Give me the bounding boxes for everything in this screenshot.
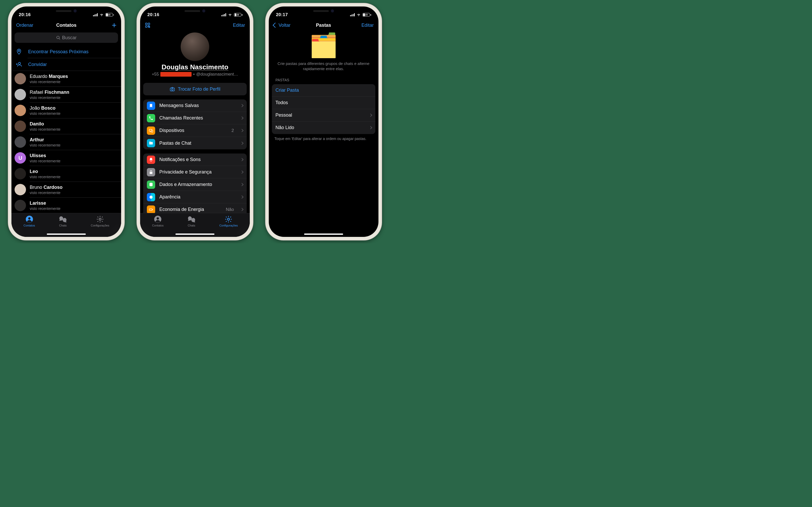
contact-row[interactable]: Larissevisto recentemente [11,198,121,213]
status-time: 20:16 [19,12,31,17]
contact-row[interactable]: Eduardo Marquesvisto recentemente [11,71,121,87]
chevron-right-icon [240,183,244,186]
lock-icon [147,168,155,176]
page-title: Pastas [316,22,331,28]
tab-chats[interactable]: Chats [59,215,67,227]
svg-point-1 [18,62,20,64]
folder-row[interactable]: Não Lido [272,122,375,134]
contact-status: visto recentemente [30,159,60,163]
folder-icon: 🗂️ [309,34,338,57]
qr-icon [145,22,151,28]
wifi-icon [228,13,233,17]
svg-rect-8 [170,88,175,91]
chats-icon [59,215,67,223]
chevron-right-icon [240,129,244,132]
search-icon [56,36,60,40]
cellular-icon [221,13,226,16]
tab-settings[interactable]: Configurações [91,215,109,227]
edit-button[interactable]: Editar [233,22,245,28]
change-photo-row[interactable]: Trocar Foto de Perfil [143,83,247,95]
devices-icon [147,126,155,135]
chevron-left-icon [273,22,278,28]
chevron-right-icon [369,126,372,129]
settings-row[interactable]: Dispositivos2 [143,124,247,137]
battery-icon: 23 [106,13,114,17]
back-button[interactable]: Voltar [273,22,291,28]
home-indicator[interactable] [175,233,214,235]
settings-row[interactable]: Chamadas Recentes [143,112,247,124]
phone-settings: 20:16 23 Editar Douglas Nascimento +55 [137,3,253,240]
invite-row[interactable]: Convidar [11,58,121,71]
wifi-icon [99,13,104,17]
svg-point-19 [227,218,230,220]
home-indicator[interactable] [47,233,86,235]
contact-row[interactable]: UUlissesvisto recentemente [11,150,121,166]
contact-name: Arthur [30,137,60,143]
settings-row[interactable]: Economia de EnergiaNão [143,204,247,213]
svg-point-4 [99,218,101,220]
search-placeholder: Buscar [62,35,77,41]
phone-folders: 20:17 23 Voltar Pastas Editar 🗂️ Crie pa… [265,3,382,240]
create-folder-row[interactable]: Criar Pasta [272,84,375,97]
avatar [14,168,26,179]
tab-chats[interactable]: Chats [188,215,196,227]
contact-row[interactable]: Rafael Fischmannvisto recentemente [11,87,121,102]
svg-rect-11 [151,130,153,132]
profile-info: +55 • @douglasnasciment… [152,72,238,77]
tab-bar: Contatos Chats Configurações [140,213,250,237]
settings-row[interactable]: Privacidade e Segurança [143,166,247,178]
settings-row-label: Notificações e Sons [159,157,201,162]
settings-row[interactable]: Aparência [143,191,247,204]
contact-status: visto recentemente [30,80,68,84]
avatar [14,120,26,132]
avatar [14,136,26,148]
contact-row[interactable]: Arthurvisto recentemente [11,134,121,150]
profile-photo[interactable] [181,33,209,61]
tab-contacts[interactable]: Contatos [23,215,35,227]
avatar [14,105,26,116]
settings-row-label: Dispositivos [159,128,184,133]
svg-rect-15 [149,209,152,210]
settings-icon [96,215,104,223]
folder-row[interactable]: Todos [272,97,375,109]
settings-row-label: Privacidade e Segurança [159,169,212,175]
sort-button[interactable]: Ordenar [16,22,33,28]
tab-settings[interactable]: Configurações [219,215,238,227]
settings-row-value: Não [226,207,234,212]
folder-row[interactable]: Pessoal [272,109,375,122]
contact-row[interactable]: Bruno Cardosovisto recentemente [11,182,121,198]
invite-icon [15,61,22,68]
search-input[interactable]: Buscar [14,33,118,43]
settings-row[interactable]: Notificações e Sons [143,154,247,166]
plus-icon: + [112,21,117,30]
avatar: U [14,152,26,164]
contact-row[interactable]: Leovisto recentemente [11,166,121,181]
contact-row[interactable]: Danilovisto recentemente [11,118,121,134]
edit-button[interactable]: Editar [362,22,374,28]
svg-rect-5 [146,23,147,25]
find-nearby-row[interactable]: Encontrar Pessoas Próximas [11,46,121,58]
contact-name: Danilo [30,121,60,127]
battery-icon: 23 [234,13,243,17]
settings-row-label: Dados e Armazenamento [159,182,212,187]
settings-row[interactable]: Dados e Armazenamento [143,178,247,191]
settings-row[interactable]: Mensagens Salvas [143,100,247,112]
nav-bar: Voltar Pastas Editar [269,19,378,32]
tab-contacts[interactable]: Contatos [152,215,163,227]
chevron-right-icon [240,208,244,211]
home-indicator[interactable] [304,233,343,235]
add-contact-button[interactable]: + [112,21,117,30]
qr-button[interactable] [145,22,151,28]
redacted-phone [160,72,192,77]
settings-row-value: 2 [232,128,234,133]
settings-row[interactable]: Pastas de Chat [143,137,247,149]
folders-illustration: 🗂️ [269,32,378,61]
contact-name: João Bosco [30,105,60,111]
contact-row[interactable]: João Boscovisto recentemente [11,103,121,118]
settings-group-preferences: Notificações e SonsPrivacidade e Seguran… [143,154,247,213]
settings-row-label: Economia de Energia [159,207,204,212]
svg-point-3 [28,217,31,220]
svg-rect-12 [150,172,153,174]
svg-rect-7 [146,26,147,27]
chevron-right-icon [240,158,244,161]
